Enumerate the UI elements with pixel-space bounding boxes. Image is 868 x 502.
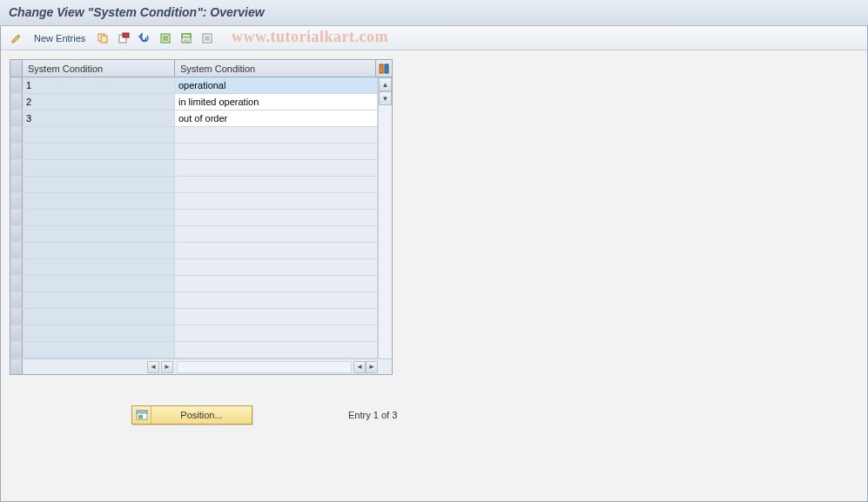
row-selector[interactable] — [10, 276, 23, 291]
table-row: 1operational — [10, 77, 378, 94]
cell-code[interactable]: 1 — [23, 77, 175, 93]
hscroll-col1-right-icon[interactable]: ► — [161, 361, 173, 373]
hscroll-col2-left-icon[interactable]: ◄ — [353, 361, 366, 373]
horizontal-scroll-row: ◄ ► ◄ ► — [10, 358, 392, 374]
cell-code-empty[interactable] — [23, 276, 175, 291]
cell-code[interactable]: 2 — [23, 94, 175, 110]
cell-code-empty[interactable] — [23, 309, 175, 325]
svg-rect-9 — [385, 64, 388, 73]
cell-desc-empty[interactable] — [175, 259, 378, 275]
svg-rect-11 — [137, 411, 147, 413]
cell-desc-empty[interactable] — [175, 127, 378, 143]
svg-rect-3 — [123, 33, 129, 37]
table-row-empty — [10, 226, 378, 243]
scroll-up-icon[interactable]: ▲ — [379, 77, 392, 91]
table-row-empty — [10, 193, 378, 210]
vertical-scrollbar[interactable]: ▲ ▼ — [378, 77, 392, 358]
hscroll-col1-left-icon[interactable]: ◄ — [147, 361, 159, 373]
cell-code-empty[interactable] — [23, 342, 175, 358]
cell-code-empty[interactable] — [23, 292, 175, 308]
svg-rect-8 — [380, 64, 383, 73]
hscroll-track[interactable] — [177, 361, 352, 373]
copy-icon[interactable] — [94, 30, 111, 47]
row-selector[interactable] — [10, 77, 23, 93]
cell-desc-empty[interactable] — [175, 243, 378, 258]
main-frame: New Entries www.tutorialkart.com System … — [0, 26, 868, 502]
cell-code-empty[interactable] — [23, 144, 175, 159]
deselect-all-icon[interactable] — [198, 30, 216, 47]
row-selector[interactable] — [10, 259, 23, 275]
row-selector[interactable] — [10, 193, 23, 209]
row-selector[interactable] — [10, 226, 23, 242]
watermark-text: www.tutorialkart.com — [232, 28, 388, 46]
cell-desc-empty[interactable] — [175, 342, 378, 358]
cell-code-empty[interactable] — [23, 243, 175, 258]
svg-rect-1 — [101, 36, 107, 43]
row-selector[interactable] — [10, 243, 23, 258]
cell-code-empty[interactable] — [23, 193, 175, 209]
scroll-down-icon[interactable]: ▼ — [379, 91, 392, 105]
table-row-empty — [10, 342, 378, 358]
cell-desc[interactable]: in limited operation — [175, 94, 378, 110]
cell-desc-empty[interactable] — [175, 177, 378, 192]
table-row-empty — [10, 210, 378, 226]
table-row-empty — [10, 243, 378, 259]
hscroll-col1: ◄ ► — [23, 359, 175, 374]
cell-desc-empty[interactable] — [175, 144, 378, 159]
row-selector[interactable] — [10, 144, 23, 159]
hscroll-col2-right-icon[interactable]: ► — [366, 361, 378, 373]
cell-code-empty[interactable] — [23, 325, 175, 341]
toggle-edit-icon[interactable] — [8, 30, 25, 47]
scroll-track-vertical[interactable] — [379, 105, 392, 358]
undo-icon[interactable] — [136, 30, 153, 47]
cell-code-empty[interactable] — [23, 177, 175, 192]
table-row: 2in limited operation — [10, 94, 378, 110]
column-header-desc[interactable]: System Condition — [175, 60, 376, 77]
grid-config-icon[interactable] — [376, 60, 392, 77]
row-selector[interactable] — [10, 325, 23, 341]
select-all-icon[interactable] — [157, 30, 174, 47]
row-selector[interactable] — [10, 210, 23, 225]
position-button[interactable]: Position... — [131, 405, 252, 425]
row-selector[interactable] — [10, 309, 23, 325]
row-selector[interactable] — [10, 177, 23, 192]
row-selector[interactable] — [10, 94, 23, 110]
hscroll-col2[interactable]: ◄ ► — [175, 359, 378, 374]
position-button-label: Position... — [151, 410, 252, 420]
cell-code-empty[interactable] — [23, 160, 175, 176]
cell-desc-empty[interactable] — [175, 276, 378, 291]
table-row: 3out of order — [10, 110, 378, 127]
cell-desc[interactable]: operational — [175, 77, 378, 93]
svg-rect-12 — [138, 415, 143, 418]
row-selector[interactable] — [10, 292, 23, 308]
new-entries-button[interactable]: New Entries — [29, 31, 91, 45]
data-grid: System Condition System Condition 1opera… — [10, 59, 393, 375]
select-block-icon[interactable] — [178, 30, 195, 47]
row-selector[interactable] — [10, 127, 23, 143]
row-selector[interactable] — [10, 160, 23, 176]
delete-icon[interactable] — [115, 30, 132, 47]
column-header-code[interactable]: System Condition — [23, 60, 175, 77]
hscroll-corner-right — [378, 359, 392, 374]
cell-desc-empty[interactable] — [175, 210, 378, 225]
cell-code-empty[interactable] — [23, 226, 175, 242]
cell-code-empty[interactable] — [23, 127, 175, 143]
cell-code-empty[interactable] — [23, 210, 175, 225]
cell-desc[interactable]: out of order — [175, 110, 378, 126]
grid-header-row: System Condition System Condition — [10, 60, 392, 77]
position-icon — [132, 406, 151, 424]
row-selector[interactable] — [10, 110, 23, 126]
cell-desc-empty[interactable] — [175, 160, 378, 176]
grid-rows-area: 1operational2in limited operation3out of… — [10, 77, 378, 358]
cell-desc-empty[interactable] — [175, 226, 378, 242]
hscroll-corner-left — [10, 359, 23, 374]
cell-desc-empty[interactable] — [175, 325, 378, 341]
row-selector-header[interactable] — [10, 60, 23, 77]
table-row-empty — [10, 144, 378, 160]
cell-code[interactable]: 3 — [23, 110, 175, 126]
cell-desc-empty[interactable] — [175, 292, 378, 308]
cell-desc-empty[interactable] — [175, 193, 378, 209]
row-selector[interactable] — [10, 342, 23, 358]
cell-code-empty[interactable] — [23, 259, 175, 275]
cell-desc-empty[interactable] — [175, 309, 378, 325]
